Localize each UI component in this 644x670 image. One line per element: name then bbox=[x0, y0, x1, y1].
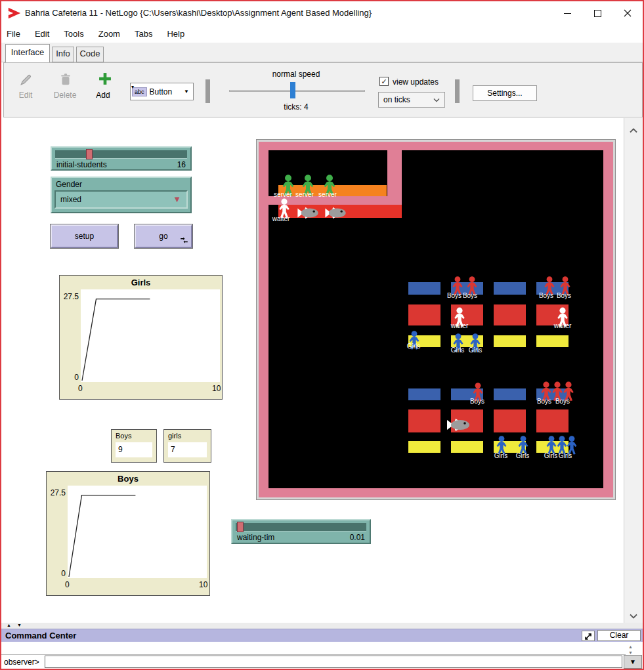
button-widget-chip: ▾ abc bbox=[132, 87, 147, 96]
world-wall bbox=[387, 150, 402, 196]
y-axis-max: 27.5 bbox=[60, 292, 79, 301]
slider-track[interactable] bbox=[55, 150, 187, 159]
chooser-label: Gender bbox=[56, 180, 82, 189]
agent-label: Girls bbox=[559, 452, 572, 459]
agent-label: Girls bbox=[469, 346, 483, 354]
chooser-value-box[interactable]: mixed ▼ bbox=[54, 190, 188, 209]
menu-item-tabs[interactable]: Tabs bbox=[135, 29, 152, 39]
chevron-down-icon bbox=[433, 98, 440, 102]
mini-scroll-down-icon[interactable]: ▼ bbox=[628, 650, 636, 655]
delete-tool-button[interactable] bbox=[56, 72, 75, 89]
setup-button[interactable]: setup bbox=[51, 224, 118, 248]
slider-track[interactable] bbox=[236, 523, 366, 532]
scroll-down-icon[interactable] bbox=[629, 610, 638, 617]
world-canvas[interactable]: serverserverserverwaiterBoysBoysBoysBoys… bbox=[268, 150, 603, 488]
boys-plot: Boys 27.5 0 0 10 bbox=[46, 471, 210, 596]
plot-area bbox=[68, 486, 207, 578]
menu-item-help[interactable]: Help bbox=[167, 29, 184, 39]
world-table bbox=[494, 304, 526, 325]
speed-slider-thumb[interactable] bbox=[290, 82, 295, 98]
view-updates-label: view updates bbox=[393, 77, 439, 87]
dropdown-arrow-icon: ▼ bbox=[630, 658, 636, 665]
waiting-tim-slider[interactable]: waiting-tim 0.01 bbox=[231, 519, 371, 544]
settings-button[interactable]: Settings... bbox=[473, 85, 537, 101]
interface-canvas: initial-students 16 Gender mixed ▼ setup… bbox=[1, 118, 624, 623]
girls-plot-line bbox=[82, 299, 150, 381]
close-button[interactable] bbox=[612, 1, 643, 25]
edit-tool-button[interactable] bbox=[16, 73, 35, 90]
command-center-expand-button[interactable] bbox=[582, 631, 595, 641]
initial-students-slider[interactable]: initial-students 16 bbox=[51, 146, 192, 171]
go-button[interactable]: go bbox=[135, 224, 192, 248]
command-input-row: observer> ▼ bbox=[1, 655, 643, 669]
monitor-label: girls bbox=[168, 432, 181, 440]
splitter-up-icon[interactable]: ▲ bbox=[7, 623, 11, 627]
mini-scroll-up-icon[interactable]: ▲ bbox=[628, 644, 636, 649]
world-table bbox=[536, 335, 569, 347]
update-mode-dropdown[interactable]: on ticks bbox=[378, 92, 445, 108]
minimize-button[interactable] bbox=[552, 1, 582, 25]
add-tool-button[interactable] bbox=[96, 72, 114, 89]
world-table bbox=[408, 388, 440, 400]
tab-bar: InterfaceInfoCode bbox=[1, 43, 643, 62]
world-table bbox=[536, 409, 569, 432]
x-axis-max: 10 bbox=[199, 580, 207, 589]
tab-interface[interactable]: Interface bbox=[5, 44, 50, 62]
world-border: serverserverserverwaiterBoysBoysBoysBoys… bbox=[259, 142, 613, 497]
netlogo-window: Bahria Cafeteria 11 - NetLogo {C:\Users\… bbox=[0, 0, 644, 670]
y-axis-max: 27.5 bbox=[47, 488, 66, 497]
agent-label: Boys bbox=[557, 292, 571, 299]
tab-info[interactable]: Info bbox=[52, 47, 74, 62]
agent-label: Boys bbox=[470, 398, 484, 405]
slider-value: 16 bbox=[177, 160, 186, 169]
fish-agent bbox=[297, 205, 319, 220]
gender-chooser[interactable]: Gender mixed ▼ bbox=[51, 177, 192, 213]
command-center-splitter[interactable]: ▲ ▼ bbox=[1, 623, 643, 629]
plot-title: Girls bbox=[60, 278, 222, 287]
dropdown-arrow-icon: ▼ bbox=[184, 89, 189, 94]
interface-toolbar: Edit Delete Add ▾ abc Button ▼ bbox=[3, 62, 643, 117]
speed-slider-track[interactable] bbox=[229, 90, 365, 92]
world-table bbox=[408, 441, 440, 453]
agent-label: Girls bbox=[494, 452, 508, 459]
scroll-up-icon[interactable] bbox=[629, 125, 638, 131]
world-table bbox=[408, 282, 440, 295]
slider-handle[interactable] bbox=[86, 149, 93, 159]
widget-type-dropdown[interactable]: ▾ abc Button ▼ bbox=[130, 83, 194, 100]
world-table bbox=[408, 409, 440, 432]
maximize-button[interactable] bbox=[582, 1, 612, 25]
delete-tool-label: Delete bbox=[45, 91, 85, 100]
toolbar-separator bbox=[205, 79, 210, 103]
menu-item-edit[interactable]: Edit bbox=[35, 29, 49, 39]
menu-item-tools[interactable]: Tools bbox=[64, 29, 83, 39]
menu-item-zoom[interactable]: Zoom bbox=[98, 29, 120, 39]
agent-label: waiter bbox=[451, 322, 469, 329]
girls-monitor: girls 7 bbox=[163, 429, 211, 463]
world-table bbox=[494, 409, 526, 432]
slider-handle[interactable] bbox=[237, 522, 244, 532]
boys-plot-line bbox=[69, 495, 135, 577]
x-axis-max: 10 bbox=[212, 384, 221, 393]
tab-code[interactable]: Code bbox=[76, 47, 104, 62]
agent-label: waiter bbox=[554, 322, 572, 329]
speed-slider-label: normal speed bbox=[221, 70, 372, 79]
observer-dropdown-button[interactable]: ▼ bbox=[624, 655, 642, 669]
menu-item-file[interactable]: File bbox=[7, 29, 20, 39]
widget-type-value: Button bbox=[150, 87, 173, 96]
view-updates-checkbox[interactable]: ✓ bbox=[379, 77, 389, 86]
boys-monitor: Boys 9 bbox=[111, 429, 157, 463]
command-input[interactable] bbox=[45, 656, 622, 668]
chooser-arrow-icon: ▼ bbox=[173, 194, 181, 204]
girls-plot: Girls 27.5 0 0 10 bbox=[59, 275, 223, 400]
world-table bbox=[494, 282, 526, 295]
splitter-down-icon[interactable]: ▼ bbox=[17, 623, 22, 627]
monitor-value: 7 bbox=[168, 442, 207, 457]
chip-arrow-icon: ▾ bbox=[131, 84, 134, 90]
window-title: Bahria Cafeteria 11 - NetLogo {C:\Users\… bbox=[25, 8, 372, 18]
slider-label: waiting-tim bbox=[237, 533, 274, 542]
clear-button[interactable]: Clear bbox=[597, 630, 641, 641]
vertical-scrollbar[interactable] bbox=[624, 118, 643, 623]
netlogo-logo-icon bbox=[7, 6, 22, 20]
world-table bbox=[408, 304, 440, 325]
agent-label: waiter bbox=[272, 215, 290, 222]
